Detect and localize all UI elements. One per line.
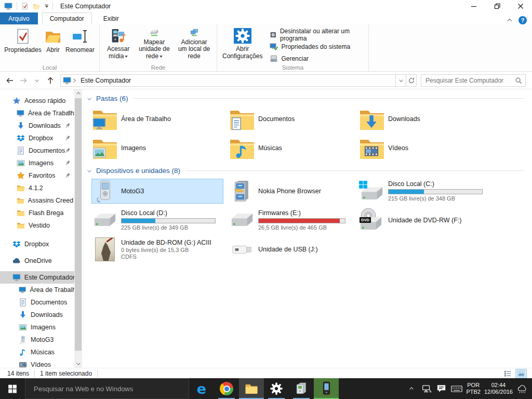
sidebar-item-quick-access[interactable]: Acesso rápido — [0, 95, 74, 107]
quick-access-star-icon — [12, 97, 21, 105]
sidebar-item-documents[interactable]: Documentos — [0, 296, 74, 309]
device-tile-usb-j[interactable]: Unidade de USB (J:) — [229, 237, 353, 262]
search-input[interactable] — [421, 77, 512, 84]
folder-tile-videos[interactable]: Vídeos — [358, 136, 490, 161]
large-icons-view-icon[interactable] — [515, 369, 527, 378]
sidebar-item-videos[interactable]: Vídeos — [0, 358, 74, 368]
clock[interactable]: 02:44 12/06/2016 — [484, 382, 513, 395]
show-hidden-icons[interactable] — [406, 385, 417, 392]
system-properties-button[interactable]: Propriedades do sistema — [268, 41, 365, 52]
scroll-down-icon[interactable] — [74, 360, 82, 368]
tab-arquivo[interactable]: Arquivo — [0, 12, 38, 24]
device-tile-disk-d[interactable]: Disco Local (D:) 225 GB livre(s) de 349 … — [91, 208, 223, 233]
help-icon[interactable]: ? — [518, 16, 527, 24]
sidebar-item-desktop[interactable]: Área de Trabalho — [0, 284, 74, 296]
folder-tile-pictures[interactable]: Imagens — [91, 136, 223, 161]
sidebar-item-music[interactable]: Músicas — [0, 346, 74, 358]
tab-exibir[interactable]: Exibir — [96, 12, 126, 24]
close-button[interactable] — [509, 0, 532, 12]
pin-icon — [64, 135, 71, 141]
folder-tile-downloads[interactable]: Downloads — [358, 107, 490, 131]
address-dropdown-icon[interactable] — [396, 74, 406, 87]
section-header-dispositivos[interactable]: Dispositivos e unidades (8) — [86, 167, 525, 175]
forward-button[interactable] — [17, 74, 30, 87]
taskbar-chrome-icon[interactable] — [214, 378, 239, 399]
folder-tile-music[interactable]: Músicas — [229, 136, 353, 161]
minimize-button[interactable] — [462, 0, 485, 12]
device-tile-firmwares-e[interactable]: Firmwares (E:) 26,5 GB livre(s) de 465 G… — [229, 208, 353, 233]
device-tile-motog3[interactable]: MotoG3 — [91, 179, 223, 204]
scrollbar-thumb[interactable] — [75, 98, 82, 351]
customize-qat-icon[interactable] — [44, 5, 48, 8]
section-header-pastas[interactable]: Pastas (6) — [86, 95, 525, 102]
folder-tile-desktop[interactable]: Área de Trabalho — [91, 107, 223, 131]
refresh-icon[interactable] — [406, 74, 417, 87]
sidebar-item-documents[interactable]: Documentos — [0, 144, 74, 157]
properties-quick-icon[interactable] — [21, 3, 29, 10]
restore-button[interactable] — [485, 0, 509, 12]
up-button[interactable] — [44, 74, 57, 87]
taskbar-explorer-icon[interactable] — [239, 378, 264, 399]
sidebar-item-motog3[interactable]: MotoG3 — [0, 334, 74, 346]
access-media-button[interactable]: Acessar mídia — [103, 26, 134, 62]
sidebar-item-folder[interactable]: Vestido — [0, 219, 74, 232]
network-icon[interactable] — [421, 384, 432, 394]
weather-icon[interactable] — [516, 382, 528, 396]
ribbon-group-sistema: Abrir Configurações Desinstalar ou alter… — [217, 24, 369, 71]
map-network-drive-button[interactable]: Mapear unidade de rede — [134, 26, 175, 62]
back-button[interactable] — [3, 74, 17, 87]
group-label-sistema: Sistema — [217, 64, 368, 71]
device-tile-disk-c[interactable]: Disco Local (C:) 215 GB livre(s) de 348 … — [358, 179, 490, 204]
taskbar-edge-icon[interactable]: e — [189, 378, 214, 399]
device-tile-nokia[interactable]: Nokia Phone Browser — [229, 179, 353, 204]
sidebar-item-folder[interactable]: Flash Brega — [0, 207, 74, 219]
add-network-location-button[interactable]: Adicionar um local de rede — [175, 26, 214, 62]
sidebar-item-favorites[interactable]: Favoritos — [0, 169, 74, 182]
taskbar-search-input[interactable] — [25, 385, 189, 393]
folders-grid: Área de Trabalho Documentos Downloads Im… — [91, 107, 532, 161]
new-folder-quick-icon[interactable] — [33, 3, 40, 10]
device-tile-bdrom-g[interactable]: Unidade de BD-ROM (G:) ACIII 0 bytes liv… — [91, 237, 223, 262]
search-icon[interactable] — [512, 77, 525, 84]
sidebar-item-folder[interactable]: Assasins Creed 3 — [0, 194, 74, 207]
keyboard-icon[interactable] — [451, 384, 462, 393]
sidebar-item-downloads[interactable]: Downloads — [0, 119, 74, 132]
details-view-icon[interactable] — [502, 369, 513, 378]
device-tile-dvd-f[interactable]: DVD Unidade de DVD-RW (F:) — [358, 208, 490, 233]
rename-button[interactable]: Renomear — [63, 26, 97, 62]
scroll-up-icon[interactable] — [74, 89, 82, 98]
breadcrumb[interactable]: Este Computador — [81, 77, 131, 84]
sidebar-item-this-pc[interactable]: Este Computador — [0, 271, 74, 284]
start-button[interactable] — [0, 378, 25, 399]
sidebar-item-downloads[interactable]: Downloads — [0, 309, 74, 321]
tab-computador[interactable]: Computador — [42, 12, 92, 24]
sidebar-scrollbar[interactable] — [74, 89, 82, 368]
open-settings-button[interactable]: Abrir Configurações — [220, 26, 264, 62]
this-pc-icon[interactable] — [4, 2, 12, 10]
uninstall-program-button[interactable]: Desinstalar ou alterar um programa — [268, 29, 365, 40]
taskbar-motog3-icon[interactable] — [314, 378, 339, 399]
manage-button[interactable]: Gerenciar — [268, 53, 365, 64]
taskbar-settings-icon[interactable] — [264, 378, 289, 399]
folder-tile-documents[interactable]: Documentos — [229, 107, 353, 131]
collapse-section-icon[interactable] — [86, 96, 92, 102]
sidebar-item-pictures[interactable]: Imagens — [0, 157, 74, 169]
language-indicator[interactable]: POR PTB2 — [466, 382, 481, 395]
sidebar-item-pictures[interactable]: Imagens — [0, 321, 74, 334]
collapse-section-icon[interactable] — [86, 168, 92, 174]
open-button[interactable]: Abrir — [43, 26, 63, 62]
sidebar-item-desktop[interactable]: Área de Trabalho — [0, 107, 74, 119]
recent-locations-icon[interactable] — [30, 74, 44, 87]
sidebar-item-dropbox[interactable]: Dropbox — [0, 238, 74, 250]
address-bar[interactable]: Este Computador — [60, 74, 396, 87]
taskbar-nokia-suite-icon[interactable] — [289, 378, 314, 399]
pin-icon — [64, 148, 71, 154]
notifications-icon[interactable] — [436, 384, 447, 393]
this-pc-icon — [63, 76, 71, 85]
sidebar-item-folder[interactable]: 4.1.2 — [0, 182, 74, 194]
taskbar-search[interactable] — [25, 378, 189, 399]
properties-button[interactable]: Propriedades — [3, 26, 43, 62]
collapse-ribbon-icon[interactable] — [506, 17, 513, 24]
sidebar-item-dropbox-pinned[interactable]: Dropbox — [0, 132, 74, 144]
sidebar-item-onedrive[interactable]: OneDrive — [0, 255, 74, 267]
